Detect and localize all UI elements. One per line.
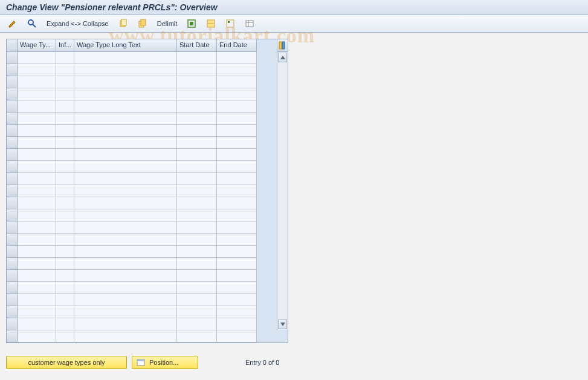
toggle-edit-icon[interactable]	[5, 17, 21, 30]
table-cell[interactable]	[18, 173, 56, 185]
row-selector[interactable]	[7, 52, 18, 64]
table-cell[interactable]	[217, 282, 257, 294]
table-cell[interactable]	[74, 258, 177, 270]
table-cell[interactable]	[56, 234, 74, 246]
table-cell[interactable]	[18, 318, 56, 330]
table-cell[interactable]	[18, 64, 56, 76]
table-cell[interactable]	[217, 306, 257, 318]
row-selector[interactable]	[7, 185, 18, 197]
table-cell[interactable]	[217, 270, 257, 282]
row-selector[interactable]	[7, 330, 18, 342]
table-cell[interactable]	[18, 209, 56, 221]
table-cell[interactable]	[177, 258, 217, 270]
table-cell[interactable]	[74, 294, 177, 306]
table-cell[interactable]	[217, 64, 257, 76]
table-cell[interactable]	[217, 76, 257, 88]
table-cell[interactable]	[217, 100, 257, 113]
table-cell[interactable]	[18, 294, 56, 306]
table-cell[interactable]	[217, 52, 257, 64]
col-header-inf[interactable]: Inf...	[56, 39, 74, 52]
table-cell[interactable]	[177, 270, 217, 282]
row-selector[interactable]	[7, 161, 18, 173]
table-cell[interactable]	[74, 246, 177, 258]
table-cell[interactable]	[74, 137, 177, 149]
row-selector[interactable]	[7, 221, 18, 234]
row-selector[interactable]	[7, 306, 18, 318]
col-header-long-text[interactable]: Wage Type Long Text	[74, 39, 177, 52]
table-cell[interactable]	[18, 246, 56, 258]
table-cell[interactable]	[74, 113, 177, 125]
table-cell[interactable]	[56, 209, 74, 221]
table-cell[interactable]	[74, 64, 177, 76]
select-all-icon[interactable]	[184, 17, 199, 30]
table-cell[interactable]	[177, 318, 217, 330]
row-selector[interactable]	[7, 76, 18, 88]
table-cell[interactable]	[177, 161, 217, 173]
table-cell[interactable]	[18, 330, 56, 342]
table-cell[interactable]	[177, 306, 217, 318]
configure-columns-icon[interactable]	[277, 39, 288, 52]
copy-all-icon[interactable]	[135, 17, 150, 30]
table-cell[interactable]	[217, 294, 257, 306]
table-cell[interactable]	[217, 125, 257, 137]
row-selector[interactable]	[7, 209, 18, 221]
table-cell[interactable]	[177, 100, 217, 113]
table-cell[interactable]	[74, 76, 177, 88]
row-selector[interactable]	[7, 100, 18, 113]
row-selector[interactable]	[7, 282, 18, 294]
row-selector[interactable]	[7, 64, 18, 76]
table-cell[interactable]	[217, 246, 257, 258]
table-cell[interactable]	[74, 209, 177, 221]
table-cell[interactable]	[74, 306, 177, 318]
row-selector[interactable]	[7, 173, 18, 185]
row-selector[interactable]	[7, 88, 18, 100]
table-cell[interactable]	[217, 149, 257, 161]
table-cell[interactable]	[74, 197, 177, 209]
table-cell[interactable]	[217, 113, 257, 125]
table-cell[interactable]	[18, 258, 56, 270]
table-cell[interactable]	[74, 173, 177, 185]
table-cell[interactable]	[217, 185, 257, 197]
table-cell[interactable]	[56, 137, 74, 149]
table-cell[interactable]	[177, 246, 217, 258]
table-cell[interactable]	[177, 88, 217, 100]
table-cell[interactable]	[18, 137, 56, 149]
scroll-up-icon[interactable]	[278, 53, 287, 62]
row-selector[interactable]	[7, 258, 18, 270]
table-cell[interactable]	[74, 125, 177, 137]
table-cell[interactable]	[217, 330, 257, 342]
table-cell[interactable]	[74, 330, 177, 342]
table-cell[interactable]	[18, 88, 56, 100]
table-cell[interactable]	[56, 318, 74, 330]
table-cell[interactable]	[217, 137, 257, 149]
table-cell[interactable]	[56, 113, 74, 125]
table-cell[interactable]	[56, 100, 74, 113]
table-cell[interactable]	[56, 282, 74, 294]
table-cell[interactable]	[56, 76, 74, 88]
delimit-button[interactable]: Delimit	[154, 18, 181, 29]
table-cell[interactable]	[74, 221, 177, 234]
copy-icon[interactable]	[115, 17, 131, 30]
table-cell[interactable]	[177, 221, 217, 234]
table-cell[interactable]	[18, 113, 56, 125]
layout-icon[interactable]	[242, 17, 257, 30]
table-cell[interactable]	[18, 221, 56, 234]
scroll-down-icon[interactable]	[278, 319, 287, 329]
table-cell[interactable]	[177, 76, 217, 88]
table-cell[interactable]	[217, 318, 257, 330]
table-cell[interactable]	[56, 173, 74, 185]
table-cell[interactable]	[18, 306, 56, 318]
row-selector[interactable]	[7, 125, 18, 137]
table-cell[interactable]	[177, 185, 217, 197]
table-cell[interactable]	[217, 88, 257, 100]
table-cell[interactable]	[56, 88, 74, 100]
row-selector[interactable]	[7, 246, 18, 258]
table-cell[interactable]	[18, 185, 56, 197]
row-selector[interactable]	[7, 149, 18, 161]
table-cell[interactable]	[56, 185, 74, 197]
table-cell[interactable]	[74, 234, 177, 246]
table-cell[interactable]	[56, 330, 74, 342]
table-cell[interactable]	[74, 318, 177, 330]
table-cell[interactable]	[177, 197, 217, 209]
table-cell[interactable]	[56, 294, 74, 306]
